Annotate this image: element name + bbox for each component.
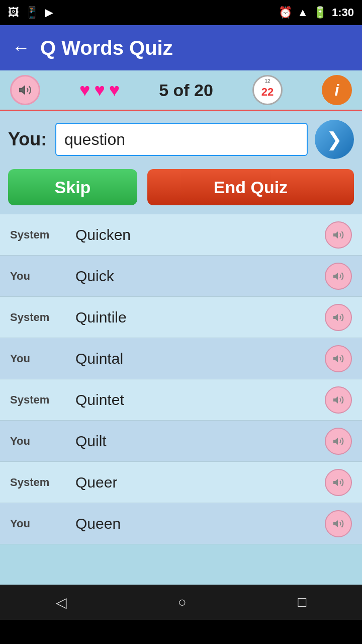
row-sound-button[interactable] <box>325 428 352 455</box>
status-bar-right: ⏰ ▲ 🔋 1:30 <box>279 6 354 19</box>
back-button[interactable]: ← <box>12 37 30 58</box>
svg-marker-1 <box>333 231 338 238</box>
heart-3: ♥ <box>109 79 120 101</box>
row-speaker: You <box>10 352 75 365</box>
svg-marker-5 <box>333 396 338 404</box>
next-icon: ❯ <box>326 128 342 150</box>
word-row: SystemQuintet <box>0 379 362 421</box>
bottom-filler <box>0 544 362 585</box>
word-row: YouQueen <box>0 503 362 544</box>
battery-icon: 🔋 <box>313 6 327 19</box>
sim-icon: 📱 <box>25 6 39 19</box>
timer-display: 12 22 <box>252 75 283 105</box>
svg-marker-8 <box>333 520 338 527</box>
row-speaker: System <box>10 311 75 324</box>
word-row: YouQuintal <box>0 338 362 379</box>
row-word: Quintile <box>75 309 325 326</box>
clock-time: 1:30 <box>332 6 354 19</box>
row-sound-button[interactable] <box>325 469 352 496</box>
row-speaker: You <box>10 517 75 530</box>
svg-marker-2 <box>333 273 338 280</box>
row-word: Quintal <box>75 350 325 367</box>
alarm-icon: ⏰ <box>279 6 292 19</box>
word-row: YouQuilt <box>0 421 362 462</box>
page-title: Q Words Quiz <box>40 37 173 59</box>
status-bar: 🖼 📱 ▶ ⏰ ▲ 🔋 1:30 <box>0 0 362 25</box>
word-row: SystemQuicken <box>0 214 362 256</box>
play-icon: ▶ <box>45 6 53 19</box>
you-label: You: <box>8 129 48 150</box>
answer-input[interactable] <box>55 123 308 156</box>
row-sound-button[interactable] <box>325 221 352 249</box>
row-word: Queer <box>75 474 325 491</box>
svg-marker-0 <box>20 86 25 94</box>
home-nav-icon[interactable]: ○ <box>178 594 187 610</box>
row-sound-button[interactable] <box>325 386 352 414</box>
next-button[interactable]: ❯ <box>315 120 354 159</box>
row-word: Quintet <box>75 391 325 409</box>
app-header: ← Q Words Quiz <box>0 25 362 70</box>
back-nav-icon[interactable]: ◁ <box>56 594 67 611</box>
input-area: You: ❯ <box>0 111 362 164</box>
row-word: Quicken <box>75 226 325 244</box>
svg-marker-6 <box>333 438 338 445</box>
row-speaker: You <box>10 435 75 448</box>
action-buttons: Skip End Quiz <box>0 164 362 214</box>
recents-nav-icon[interactable]: □ <box>298 594 306 610</box>
word-row: SystemQueer <box>0 462 362 503</box>
sound-button[interactable] <box>10 75 40 105</box>
row-sound-button[interactable] <box>325 304 352 331</box>
row-word: Quilt <box>75 433 325 450</box>
controls-bar: ♥ ♥ ♥ 5 of 20 12 22 i <box>0 70 362 111</box>
word-row: YouQuick <box>0 256 362 297</box>
row-sound-button[interactable] <box>325 263 352 290</box>
info-button[interactable]: i <box>322 75 352 105</box>
heart-2: ♥ <box>94 79 105 101</box>
svg-marker-3 <box>333 314 338 321</box>
end-quiz-button[interactable]: End Quiz <box>147 169 354 205</box>
status-bar-left: 🖼 📱 ▶ <box>8 6 53 19</box>
word-list: SystemQuicken YouQuick SystemQuintile Yo… <box>0 214 362 544</box>
row-word: Quick <box>75 268 325 285</box>
image-icon: 🖼 <box>8 6 19 19</box>
row-sound-button[interactable] <box>325 510 352 537</box>
row-speaker: System <box>10 476 75 489</box>
signal-icon: ▲ <box>297 6 308 19</box>
heart-1: ♥ <box>79 79 90 101</box>
timer-number: 22 <box>261 86 274 99</box>
svg-marker-7 <box>333 479 338 486</box>
hearts-display: ♥ ♥ ♥ <box>79 79 120 101</box>
skip-button[interactable]: Skip <box>8 169 137 205</box>
row-sound-button[interactable] <box>325 345 352 372</box>
row-speaker: System <box>10 228 75 242</box>
clock-face: 12 <box>264 78 270 84</box>
progress-text: 5 of 20 <box>159 80 213 100</box>
row-speaker: System <box>10 393 75 407</box>
svg-marker-4 <box>333 355 338 362</box>
word-row: SystemQuintile <box>0 297 362 338</box>
row-speaker: You <box>10 270 75 283</box>
row-word: Queen <box>75 515 325 532</box>
nav-bar: ◁ ○ □ <box>0 585 362 620</box>
